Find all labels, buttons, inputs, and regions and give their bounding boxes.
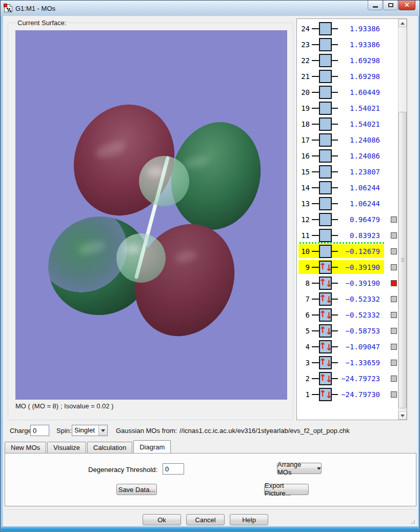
cancel-button[interactable]: Cancel — [186, 514, 225, 525]
mo-visible-checkbox[interactable] — [391, 264, 397, 270]
mo-level[interactable]: 120.96479 — [298, 212, 384, 226]
current-surface-group: Current Surface: — [8, 23, 293, 420]
spin-up-arrow-icon: ↑ — [319, 358, 325, 366]
mo-orbital-box[interactable] — [319, 181, 332, 194]
ok-button[interactable]: Ok — [143, 514, 181, 525]
mo-orbital-box[interactable] — [319, 165, 332, 179]
mo-level[interactable]: 7↑↓−0.52332 — [298, 292, 384, 306]
maximize-button[interactable] — [383, 1, 398, 10]
tab-visualize[interactable]: Visualize — [47, 442, 86, 453]
mo-orbital-box[interactable]: ↑↓ — [319, 277, 332, 290]
spin-select[interactable]: Singlet — [72, 425, 108, 436]
mo-orbital-box[interactable] — [319, 133, 332, 147]
mo-orbital-box[interactable] — [319, 149, 332, 163]
mo-level[interactable]: 141.06244 — [298, 181, 384, 194]
mo-level[interactable]: 3↑↓−1.33659 — [298, 356, 384, 369]
mo-visible-checkbox[interactable] — [391, 391, 397, 398]
mo-energy-value: 1.54021 — [338, 104, 380, 112]
mo-energy-value: −0.52332 — [338, 311, 380, 319]
level-line — [332, 251, 338, 252]
mo-level[interactable]: 201.60449 — [298, 85, 384, 99]
mo-orbital-box[interactable] — [319, 22, 332, 35]
resize-grip[interactable] — [409, 518, 415, 524]
mo-visible-checkbox[interactable] — [391, 248, 397, 254]
tab-new-mos[interactable]: New MOs — [5, 442, 46, 453]
scrollbar-thumb[interactable] — [398, 112, 407, 408]
mo-visible-checkbox[interactable] — [391, 216, 397, 223]
mo-number: 2 — [298, 375, 312, 383]
mo-orbital-box[interactable] — [319, 86, 332, 99]
mo-list-scrollbar[interactable] — [398, 19, 407, 420]
degeneracy-threshold-input[interactable] — [163, 463, 184, 475]
mo-number: 14 — [298, 184, 312, 192]
mo-visible-checkbox[interactable] — [391, 376, 397, 382]
mo-visible-checkbox[interactable] — [391, 344, 397, 350]
mo-level[interactable]: 6↑↓−0.52332 — [298, 308, 384, 322]
mo-orbital-box[interactable] — [319, 38, 332, 51]
mo-orbital-box[interactable]: ↑↓ — [319, 324, 332, 338]
tab-strip: New MOs Visualize Calculation Diagram — [5, 441, 172, 453]
scrollbar-track[interactable] — [398, 27, 407, 411]
mo-level[interactable]: 110.83923 — [298, 228, 384, 242]
save-data-button[interactable]: Save Data... — [116, 484, 157, 495]
mo-orbital-box[interactable]: ↑↓ — [319, 356, 332, 369]
mo-orbital-box[interactable]: ↑↓ — [319, 261, 332, 274]
mo-level[interactable]: 1↑↓−24.79730 — [298, 387, 384, 401]
mo-orbital-box[interactable] — [319, 229, 332, 242]
mo-visible-checkbox[interactable] — [391, 280, 397, 286]
mo-orbital-box[interactable] — [319, 102, 332, 115]
mo-visible-checkbox[interactable] — [391, 312, 397, 318]
mo-level[interactable]: 8↑↓−0.39190 — [298, 276, 384, 290]
mo-orbital-box[interactable]: ↑↓ — [319, 388, 332, 401]
tab-calculation[interactable]: Calculation — [87, 442, 132, 453]
mo-level[interactable]: 231.93386 — [298, 37, 384, 51]
mo-level[interactable]: 241.93386 — [298, 22, 384, 35]
title-bar[interactable]: G1:M1 - MOs ✕ — [1, 1, 419, 16]
checkbox-slot — [384, 312, 398, 318]
mo-level[interactable]: 4↑↓−1.09047 — [298, 340, 384, 353]
mo-level[interactable]: 161.24086 — [298, 149, 384, 163]
mo-level[interactable]: 211.69298 — [298, 69, 384, 83]
minimize-button[interactable] — [368, 1, 383, 10]
mo-orbital-box[interactable] — [319, 70, 332, 83]
mo-level[interactable]: 131.06244 — [298, 196, 384, 210]
mo-orbital-box[interactable] — [319, 245, 332, 258]
tab-diagram[interactable]: Diagram — [133, 440, 171, 453]
mo-orbital-box[interactable]: ↑↓ — [319, 340, 332, 353]
arrange-mos-button[interactable]: Arrange MOs — [277, 463, 322, 474]
mo-orbital-box[interactable] — [319, 197, 332, 210]
mo-orbital-box[interactable] — [319, 54, 332, 67]
mo-level[interactable]: 2↑↓−24.79723 — [298, 371, 384, 385]
mo-orbital-box[interactable]: ↑↓ — [319, 292, 332, 306]
orbital-3d-viewport[interactable] — [15, 30, 287, 400]
app-icon-red-square — [4, 4, 7, 7]
mo-orbital-box[interactable] — [319, 117, 332, 131]
mo-level[interactable]: 5↑↓−0.58753 — [298, 324, 384, 338]
close-button[interactable]: ✕ — [398, 1, 415, 10]
spin-dropdown-button[interactable] — [98, 425, 107, 436]
mo-orbital-box[interactable]: ↑↓ — [319, 372, 332, 385]
charge-input[interactable] — [30, 425, 49, 436]
mo-orbital-box[interactable] — [319, 213, 332, 226]
mo-visible-checkbox[interactable] — [391, 296, 397, 302]
export-picture-button[interactable]: Export Picture... — [264, 484, 309, 495]
scroll-up-button[interactable] — [398, 19, 407, 27]
spin-down-arrow-icon: ↓ — [326, 264, 332, 272]
mo-level[interactable]: 9↑↓−0.39190 — [298, 260, 384, 274]
mo-row: 181.54021 — [297, 116, 398, 132]
level-line — [332, 124, 338, 125]
help-button[interactable]: Help — [230, 514, 268, 525]
mo-orbital-box[interactable]: ↑↓ — [319, 308, 332, 322]
scroll-down-button[interactable] — [398, 411, 407, 420]
mo-level[interactable]: 171.24086 — [298, 133, 384, 147]
mo-visible-checkbox[interactable] — [391, 328, 397, 334]
scroll-down-icon — [401, 415, 405, 417]
mo-visible-checkbox[interactable] — [391, 360, 397, 366]
mo-level[interactable]: 191.54021 — [298, 101, 384, 115]
mo-level[interactable]: 10−0.12679 — [298, 244, 384, 258]
mo-energy-value: 1.60449 — [338, 88, 380, 96]
mo-level[interactable]: 181.54021 — [298, 117, 384, 131]
mo-visible-checkbox[interactable] — [391, 232, 397, 239]
mo-level[interactable]: 221.69298 — [298, 53, 384, 67]
mo-level[interactable]: 151.23807 — [298, 165, 384, 179]
